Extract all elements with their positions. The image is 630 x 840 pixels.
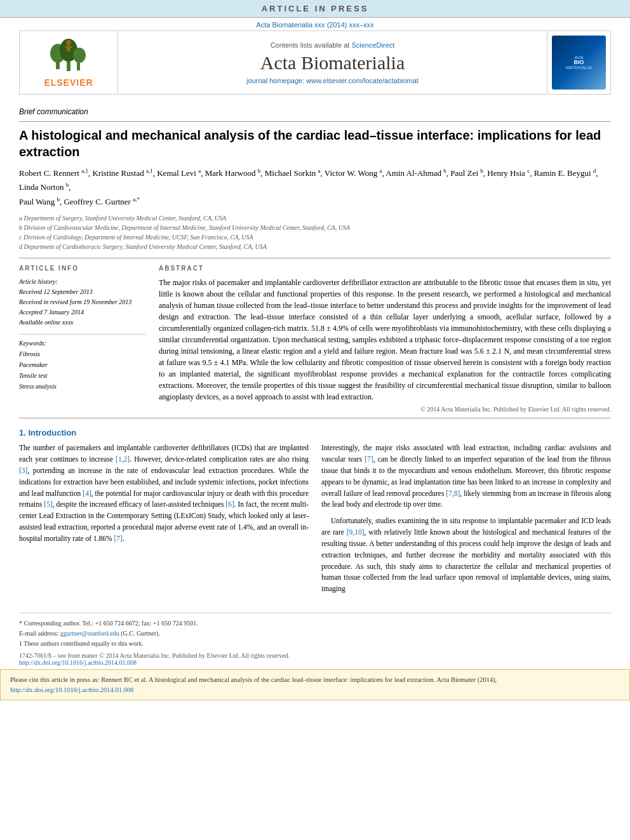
ref-3[interactable]: [3] (19, 467, 27, 474)
author-wang: Paul Wang b, (19, 197, 64, 206)
ref-5[interactable]: [5] (44, 500, 52, 508)
article-info-abstract-section: ARTICLE INFO Article history: Received 1… (19, 265, 611, 413)
ref-7-left[interactable]: [7] (114, 535, 122, 542)
svg-point-6 (66, 40, 71, 45)
intro-right-para1: Interestingly, the major risks associate… (321, 443, 611, 510)
elsevier-logo: ELSEVIER (43, 37, 94, 88)
journal-ref-text: Acta Biomaterialia xxx (2014) xxx–xxx (256, 21, 373, 29)
corresponding-author: * Corresponding author. Tel.: +1 650 724… (19, 618, 611, 629)
aip-banner: ARTICLE IN PRESS (0, 0, 630, 18)
keyword-fibrosis: Fibrosis (19, 349, 146, 359)
author-levi: Kemal Levi a, (157, 168, 204, 178)
article-history: Article history: Received 12 September 2… (19, 277, 146, 328)
bottom-cite-text: Please cite this article in press as: Re… (10, 676, 497, 683)
footer-notes: * Corresponding author. Tel.: +1 650 724… (19, 613, 611, 649)
intro-right-para2: Unfortunately, studies examining the in … (321, 516, 611, 595)
journal-ref-line: Acta Biomaterialia xxx (2014) xxx–xxx (0, 18, 630, 30)
author-sorkin: Michael Sorkin a, (265, 168, 325, 178)
abstract-text: The major risks of pacemaker and implant… (159, 277, 611, 403)
ref-4[interactable]: [4] (83, 490, 91, 497)
keywords-rule (19, 334, 146, 335)
affiliation-b: b Division of Cardiovascular Medicine, D… (19, 223, 611, 232)
issn-text: 1742-7061/$ – see front matter © 2014 Ac… (19, 652, 611, 659)
author-beygui: Ramin E. Beygui d, (534, 168, 598, 178)
sciencedirect-label: Contents lists available at (271, 41, 350, 49)
ref-1-2[interactable]: [1,2] (116, 455, 130, 463)
accepted-date: Accepted 7 January 2014 (19, 307, 146, 317)
affiliation-c: c Division of Cardiology, Department of … (19, 232, 611, 242)
author-gurtner: Geoffrey C. Gurtner a,* (64, 197, 140, 206)
svg-rect-4 (67, 62, 70, 71)
affiliation-a: a Department of Surgery, Stanford Univer… (19, 213, 611, 223)
author-wong: Victor W. Wong a, (325, 168, 386, 178)
article-info-column: ARTICLE INFO Article history: Received 1… (19, 265, 146, 413)
journal-homepage-line: journal homepage: www.elsevier.com/locat… (246, 77, 419, 84)
article-title: A histological and mechanical analysis o… (19, 127, 611, 160)
acta-biomaterialia-logo: Acta BIO MATERIALIA (552, 36, 606, 90)
author-zei: Paul Zei b, (450, 168, 487, 178)
svg-rect-7 (67, 45, 70, 51)
history-label: Article history: (19, 277, 146, 287)
received-revised-date: Received in revised form 19 November 201… (19, 297, 146, 307)
abstract-top-rule (19, 258, 611, 258)
author-harwood: Mark Harwood b, (205, 168, 265, 178)
introduction-section: 1. Introduction The number of pacemakers… (19, 428, 611, 600)
introduction-body: The number of pacemakers and implantable… (19, 443, 611, 600)
intro-left-para1: The number of pacemakers and implantable… (19, 443, 309, 544)
elsevier-logo-section: ELSEVIER (20, 31, 118, 94)
journal-logo-right: Acta BIO MATERIALIA (547, 31, 610, 94)
author-rustad: Kristine Rustad a,1, (92, 168, 157, 178)
svg-rect-8 (65, 46, 68, 48)
copyright-line: © 2014 Acta Materialia Inc. Published by… (159, 406, 611, 413)
ref-9-10[interactable]: [9,10] (347, 528, 365, 536)
journal-name: Acta Biomaterialia (260, 52, 405, 74)
ref-7-right[interactable]: [7] (365, 455, 373, 463)
equal-contribution-note: 1 These authors contributed equally to t… (19, 639, 611, 649)
keyword-tensile: Tensile test (19, 370, 146, 381)
doi-link-footer[interactable]: http://dx.doi.org/10.1016/j.actbio.2014.… (19, 659, 611, 666)
keyword-stress: Stress analysis (19, 381, 146, 392)
abstract-label: ABSTRACT (159, 265, 611, 272)
email-label: E-mail address: (19, 630, 58, 637)
available-date: Available online xxxx (19, 317, 146, 328)
affiliations: a Department of Surgery, Stanford Univer… (19, 213, 611, 251)
bottom-doi-link[interactable]: http://dx.doi.org/10.1016/j.actbio.2014.… (10, 686, 133, 693)
received-date: Received 12 September 2013 (19, 287, 146, 297)
introduction-right-col: Interestingly, the major risks associate… (321, 443, 611, 600)
introduction-heading: 1. Introduction (19, 428, 611, 437)
ref-6[interactable]: [6] (225, 500, 234, 508)
keyword-pacemaker: Pacemaker (19, 359, 146, 370)
email-note: (G.C. Gurtner). (121, 630, 160, 637)
abstract-column: ABSTRACT The major risks of pacemaker an… (159, 265, 611, 413)
sciencedirect-link[interactable]: ScienceDirect (351, 41, 394, 49)
sciencedirect-line: Contents lists available at ScienceDirec… (271, 41, 395, 49)
keywords-label: Keywords: (19, 338, 146, 349)
title-top-rule (19, 121, 611, 122)
article-type: Brief communication (19, 107, 611, 116)
affiliation-d: d Department of Cardiothoracic Surgery, … (19, 242, 611, 251)
keywords-section: Keywords: Fibrosis Pacemaker Tensile tes… (19, 338, 146, 392)
journal-homepage-link[interactable]: journal homepage: www.elsevier.com/locat… (246, 77, 419, 84)
svg-rect-9 (69, 46, 72, 48)
elsevier-wordmark: ELSEVIER (44, 77, 93, 88)
author-al-ahmad: Amin Al-Ahmad b, (385, 168, 450, 178)
ref-7-8[interactable]: [7,8] (446, 490, 460, 497)
elsevier-tree-icon (43, 37, 94, 76)
issn-line: 1742-7061/$ – see front matter © 2014 Ac… (19, 652, 611, 666)
journal-header-center: Contents lists available at ScienceDirec… (118, 31, 547, 94)
authors-list: Robert C. Rennert a,1, Kristine Rustad a… (19, 166, 611, 208)
bottom-citation-bar: Please cite this article in press as: Re… (0, 669, 630, 701)
article-info-label: ARTICLE INFO (19, 265, 146, 272)
aip-banner-text: ARTICLE IN PRESS (262, 4, 369, 13)
svg-rect-5 (77, 60, 80, 70)
author-hsia: Henry Hsia c, (487, 168, 533, 178)
introduction-left-col: The number of pacemakers and implantable… (19, 443, 309, 600)
author-rennert: Robert C. Rennert a,1, (19, 168, 92, 178)
author-norton: Linda Norton b, (19, 182, 70, 192)
journal-header: ELSEVIER Contents lists available at Sci… (19, 30, 611, 95)
body-top-rule (19, 418, 611, 418)
main-content: Brief communication A histological and m… (0, 95, 630, 606)
email-line: E-mail address: ggurtner@stanford.edu (G… (19, 629, 611, 639)
email-address[interactable]: ggurtner@stanford.edu (60, 630, 119, 637)
